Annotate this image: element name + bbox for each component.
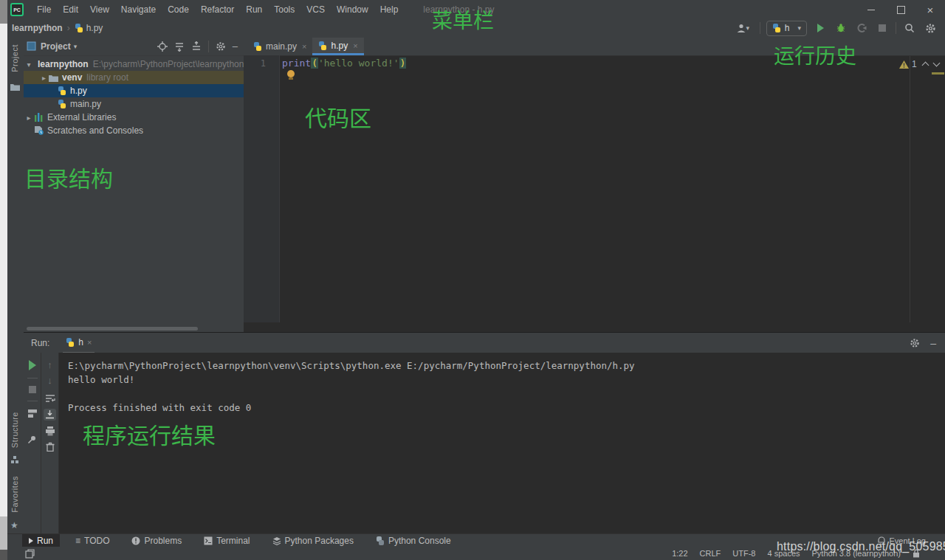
python-file-icon [253,42,262,51]
right-margin-guide [910,56,910,322]
soft-wrap-button[interactable] [45,394,55,403]
tree-row-main-py[interactable]: main.py [24,97,244,111]
tool-window-todo[interactable]: ≡ TODO [69,534,116,547]
file-encoding[interactable]: UTF-8 [732,549,755,558]
rerun-button[interactable] [29,360,36,370]
run-button[interactable] [813,21,828,35]
menu-help[interactable]: Help [374,0,405,19]
menu-edit[interactable]: Edit [57,0,84,19]
error-stripe-mark[interactable] [932,72,944,75]
pin-tab-button[interactable] [27,435,37,444]
down-stacktrace-button[interactable]: ↓ [47,376,52,385]
tool-stripe-favorites[interactable]: Favorites [10,476,19,515]
tool-window-label: Terminal [216,536,250,546]
next-problem-icon[interactable] [932,60,940,67]
menu-code[interactable]: Code [162,0,195,19]
run-settings-icon[interactable] [910,338,920,348]
menu-vcs[interactable]: VCS [300,0,331,19]
tree-row-scratches[interactable]: Scratches and Consoles [24,124,244,137]
left-tool-stripe: Project Structure Favorites ★ [7,37,24,533]
tree-row-learnpython[interactable]: ▾ learnpython E:\pycharm\PythonProject\l… [24,58,244,71]
up-stacktrace-button[interactable]: ↑ [47,360,52,370]
tool-window-python-console[interactable]: Python Console [369,534,458,547]
console-line-exit: Process finished with exit code 0 [68,401,945,415]
run-config-select[interactable]: h ▾ [766,21,807,36]
tool-stripe-structure[interactable]: Structure [10,412,19,450]
tab-main-py[interactable]: main.py × [247,38,312,55]
stop-button[interactable] [875,21,890,35]
tool-window-python-packages[interactable]: Python Packages [266,534,360,547]
tool-window-run[interactable]: Run [22,534,60,547]
run-toolbar-primary [24,353,41,534]
problems-icon [131,536,140,545]
hide-panel-icon[interactable]: – [233,41,238,52]
intention-bulb-icon[interactable] [287,70,295,77]
profiler-button[interactable] [854,21,869,35]
terminal-icon [204,536,213,545]
maximize-icon [897,6,905,14]
star-icon: ★ [10,520,18,530]
project-view-icon [27,41,36,51]
tab-h-py[interactable]: h.py × [312,38,363,55]
project-caret-icon[interactable]: ▾ [74,43,78,50]
tree-item-label: Scratches and Consoles [47,125,143,136]
user-account-button[interactable]: ▾ [732,21,754,35]
locate-file-icon[interactable] [157,41,168,52]
menu-view[interactable]: View [84,0,115,19]
menu-window[interactable]: Window [331,0,374,19]
tool-window-problems[interactable]: Problems [125,534,188,547]
prev-problem-icon[interactable] [921,62,929,69]
inspection-widget[interactable]: 1 [899,59,939,69]
tool-windows-toggle-icon[interactable] [25,549,35,559]
maximize-button[interactable] [886,0,915,19]
annotation-run-result: 程序运行结果 [83,418,216,450]
console-line-output: hello world! [68,373,945,387]
menu-tools[interactable]: Tools [268,0,300,19]
code-line[interactable]: print('hello world!') [282,58,406,69]
collapse-all-icon[interactable] [191,41,202,52]
tree-row-external-libraries[interactable]: ▸ External Libraries [24,111,244,124]
tree-expanded-icon[interactable]: ▾ [24,61,34,69]
breadcrumb-project[interactable]: learnpython [12,23,63,33]
line-separator[interactable]: CRLF [700,549,721,558]
run-tab-h[interactable]: h × [63,333,94,353]
stop-process-button[interactable] [29,386,36,393]
menu-navigate[interactable]: Navigate [115,0,162,19]
clear-console-button[interactable] [46,442,55,452]
close-tab-icon[interactable]: × [353,41,357,50]
minimize-button[interactable] [856,0,886,19]
python-console-icon [376,536,385,545]
menu-refactor[interactable]: Refactor [195,0,240,19]
breadcrumb-separator: › [67,23,70,33]
close-tab-icon[interactable]: × [87,338,92,347]
expand-all-icon[interactable] [174,41,185,52]
tool-stripe-project[interactable]: Project [10,44,19,75]
print-console-button[interactable] [45,426,55,436]
tree-collapsed-icon[interactable]: ▸ [24,74,46,82]
caret-position[interactable]: 1:22 [672,549,687,558]
menu-file[interactable]: File [31,0,57,19]
panel-settings-icon[interactable] [216,41,226,52]
python-file-icon [58,86,66,95]
tool-window-terminal[interactable]: Terminal [197,534,256,547]
structure-icon [11,456,19,464]
search-everywhere-button[interactable] [902,21,917,35]
run-panel-header: Run: h × – [24,333,945,353]
hide-run-panel-icon[interactable]: – [930,337,936,349]
menu-run[interactable]: Run [240,0,268,19]
close-button[interactable]: × [915,0,945,19]
breadcrumb-file[interactable]: h.py [86,23,103,33]
python-file-icon [75,24,83,32]
tree-row-venv[interactable]: ▸ venv library root [24,71,244,84]
tree-row-h-py[interactable]: h.py [24,84,244,97]
close-tab-icon[interactable]: × [302,42,306,51]
settings-button[interactable] [923,21,938,35]
scroll-to-end-button[interactable] [44,409,56,421]
tree-collapsed-icon[interactable]: ▸ [24,114,34,122]
editor-area[interactable] [244,55,945,332]
debug-button[interactable] [834,21,848,35]
project-horizontal-scrollbar[interactable] [27,327,198,331]
project-panel-title[interactable]: Project [41,41,71,52]
annotation-menu-bar: 菜单栏 [432,4,494,34]
restore-layout-button[interactable] [27,409,38,418]
